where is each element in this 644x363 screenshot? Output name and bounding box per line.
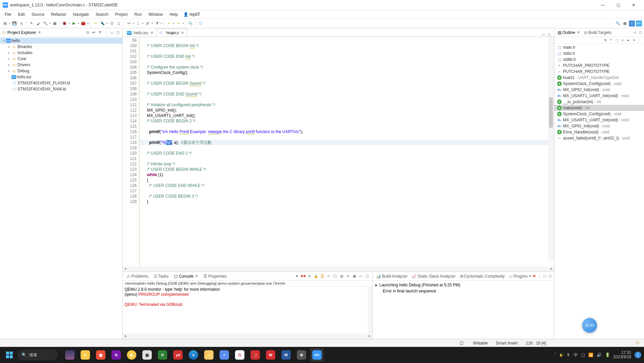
menu-icon[interactable]: ⋮: [103, 30, 108, 35]
close-icon[interactable]: ✕: [528, 274, 532, 278]
gear-icon[interactable]: ✶: [632, 38, 636, 43]
code-editor[interactable]: 9910010110210310410510610710810911011111…: [123, 37, 554, 266]
app-todo[interactable]: ✓: [218, 348, 231, 362]
taskbar-search[interactable]: 🔍 搜索: [17, 350, 58, 360]
menu-project[interactable]: Project: [112, 11, 131, 18]
menu-source[interactable]: Source: [28, 11, 48, 18]
sort-icon[interactable]: ⇅: [603, 38, 608, 43]
app-explorer[interactable]: 📁: [202, 348, 216, 362]
wifi-icon[interactable]: 📶: [588, 353, 593, 357]
remove-all-icon[interactable]: ✖✖: [301, 274, 306, 279]
tab-progress[interactable]: ▭Progress: [507, 273, 528, 279]
search-access-icon[interactable]: 🔍: [615, 21, 621, 27]
maximize-button[interactable]: ▢: [610, 0, 626, 10]
step-icon[interactable]: ↪: [126, 21, 132, 27]
min-icon[interactable]: ▭: [358, 274, 363, 279]
flashlight-icon[interactable]: 🔦: [99, 21, 105, 27]
hide-icon[interactable]: ◌: [614, 38, 619, 43]
app-calc[interactable]: ▦: [140, 348, 154, 362]
tree-item[interactable]: MXhello.ioc: [0, 74, 122, 80]
app-browser[interactable]: ◐: [125, 348, 138, 362]
stop-icon[interactable]: ✖: [532, 274, 537, 279]
ime-indicator[interactable]: 中: [574, 352, 578, 358]
link-icon[interactable]: ⇄: [91, 30, 96, 35]
close-icon[interactable]: ✕: [181, 31, 184, 35]
menu-file[interactable]: File: [1, 11, 14, 18]
console-hscroll[interactable]: ◂▸: [123, 333, 372, 339]
close-icon[interactable]: ✕: [577, 30, 580, 35]
horizontal-scrollbar[interactable]: ◂▸: [123, 266, 554, 272]
chip-icon[interactable]: ▦: [52, 21, 58, 27]
outline-item[interactable]: ●SystemClock_Config(void) : void: [554, 81, 644, 87]
menu-refactor[interactable]: Refactor: [48, 11, 70, 18]
minimize-icon[interactable]: ▭: [109, 30, 114, 35]
app-1[interactable]: [63, 348, 77, 362]
mic-icon[interactable]: 🎙: [566, 353, 570, 357]
battery-icon[interactable]: 🔋: [605, 353, 610, 357]
menu-help[interactable]: Help: [166, 11, 181, 18]
close-icon[interactable]: ✕: [195, 274, 198, 278]
outline-item[interactable]: ⊕sMX_GPIO_Init(void) : void: [554, 123, 644, 129]
maximize-icon[interactable]: ▢: [547, 32, 551, 37]
outline-item[interactable]: ⌁PUTCHAR_PROTOTYPE: [554, 69, 644, 75]
menu-icon[interactable]: ⋮: [637, 38, 642, 43]
tree-item[interactable]: ▸🗀Core: [0, 56, 122, 62]
wand-icon[interactable]: ✎: [28, 21, 34, 27]
tree-item[interactable]: 📄STM32F401VEHX_FLASH.ld: [0, 80, 122, 86]
volume-icon[interactable]: 🔊: [597, 353, 602, 357]
myst-menu[interactable]: 👤 myST: [183, 12, 200, 17]
app-stm32-ide[interactable]: IDE: [310, 348, 324, 362]
tree-item[interactable]: ▸🗀Debug: [0, 68, 122, 74]
close-button[interactable]: ✕: [626, 0, 641, 10]
hammer-icon[interactable]: 🔨: [42, 21, 48, 27]
ext-tools-icon[interactable]: 🧰: [80, 21, 86, 27]
project-tree[interactable]: ▾ IDE hello ▸🗀Binaries▸🗀Includes▸🗀Core▸🗀…: [0, 37, 122, 339]
outline-item[interactable]: ⊕sMX_USART1_UART_Init(void) : void: [554, 93, 644, 99]
terminal-icon[interactable]: ▤: [339, 274, 344, 279]
outline-item[interactable]: ●Error_Handler(void) : void: [554, 129, 644, 135]
console-output[interactable]: QEMU 2.8.0 monitor - type 'help' for mor…: [123, 286, 372, 333]
app-g[interactable]: G: [233, 348, 246, 362]
filter-o-icon[interactable]: ●: [626, 38, 631, 43]
new-icon[interactable]: ▤: [2, 21, 8, 27]
wrap-icon[interactable]: ↩: [326, 274, 331, 279]
info-icon[interactable]: ⓘ: [197, 21, 203, 27]
outline-item[interactable]: ●huart1 : UART_HandleTypeDef: [554, 75, 644, 81]
timer-overlay[interactable]: 32:33: [582, 318, 597, 333]
tab-console[interactable]: ▢Console✕: [171, 273, 201, 279]
maximize-icon[interactable]: ▢: [116, 30, 120, 35]
tree-root[interactable]: ▾ IDE hello: [0, 38, 122, 44]
editor-tab[interactable]: ⓒ*main.c✕: [156, 29, 187, 37]
app-h[interactable]: H: [156, 348, 169, 362]
menu-edit[interactable]: Edit: [14, 11, 28, 18]
app-settings[interactable]: ⚙: [295, 348, 308, 362]
skip-icon[interactable]: ⤵: [135, 21, 141, 27]
outline-item[interactable]: ⬚stdlib.h: [554, 56, 644, 63]
outline-item[interactable]: ⌁assert_failed(uint8_t*, uint32_t) : voi…: [554, 135, 644, 141]
remove-icon[interactable]: ✖: [294, 274, 300, 279]
minimize-icon[interactable]: ▭: [541, 32, 545, 37]
clear-icon[interactable]: ⊘: [307, 274, 312, 279]
tab-build-analyzer[interactable]: 📊Build Analyzer: [374, 273, 410, 279]
app-word[interactable]: W: [279, 348, 293, 362]
scroll-icon[interactable]: 📜: [320, 274, 325, 279]
app-edge[interactable]: e: [187, 348, 200, 362]
outline-item[interactable]: ⬚main.h: [554, 44, 644, 50]
perspective-mx-icon[interactable]: MX: [636, 21, 642, 27]
min-icon[interactable]: ▭: [632, 30, 637, 35]
menu-window[interactable]: Window: [145, 11, 166, 18]
outline-item[interactable]: ●main(void) : int: [554, 105, 644, 111]
az-icon[interactable]: ᴬᶻ: [609, 38, 613, 43]
close-icon[interactable]: ✕: [38, 30, 41, 35]
max-icon[interactable]: ▢: [638, 30, 643, 35]
tree-icon[interactable]: ⌬: [109, 21, 115, 27]
tab-cyclomatic-complexity[interactable]: ◔Cyclomatic Complexity: [458, 273, 507, 279]
pin-icon[interactable]: 📎: [187, 21, 193, 27]
debug-icon[interactable]: 🐞: [61, 21, 67, 27]
outline-item[interactable]: ⬚stdio.h: [554, 50, 644, 56]
menu-icon[interactable]: ⋮: [537, 274, 542, 279]
lock-icon[interactable]: 🔒: [313, 274, 319, 279]
outline-item[interactable]: ●__io_putchar(int) : int: [554, 99, 644, 105]
outline-item[interactable]: ●SystemClock_Config(void) : void: [554, 111, 644, 117]
save-icon[interactable]: 💾: [11, 21, 17, 27]
